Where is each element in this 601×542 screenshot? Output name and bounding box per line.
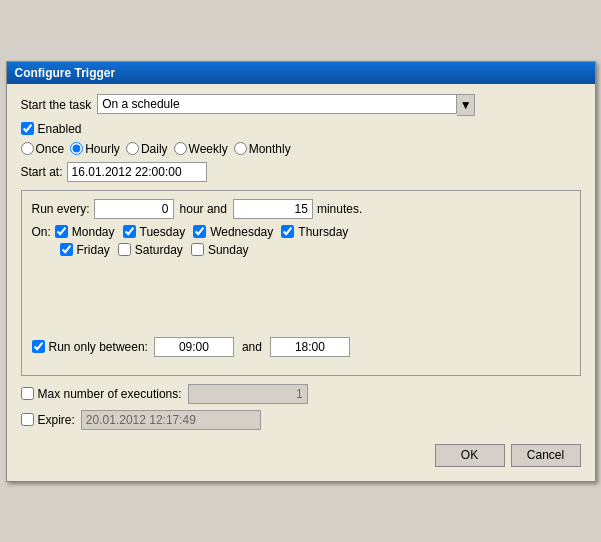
cancel-button[interactable]: Cancel [511, 444, 581, 467]
run-every-row: Run every: hour and minutes. [32, 199, 570, 219]
run-between-checkbox[interactable] [32, 340, 45, 353]
start-task-row: Start the task ▼ [21, 94, 581, 116]
wednesday-checkbox[interactable] [193, 225, 206, 238]
schedule-settings-box: Run every: hour and minutes. On: Monday … [21, 190, 581, 376]
on-label: On: [32, 225, 51, 239]
thursday-label: Thursday [298, 225, 348, 239]
run-between-end-input[interactable] [270, 337, 350, 357]
radio-weekly-input[interactable] [174, 142, 187, 155]
sunday-label: Sunday [208, 243, 249, 257]
run-every-hour-input[interactable] [94, 199, 174, 219]
days-row-2: Friday Saturday Sunday [60, 243, 570, 257]
saturday-label: Saturday [135, 243, 183, 257]
sunday-checkbox-group: Sunday [191, 243, 249, 257]
radio-weekly-label: Weekly [189, 142, 228, 156]
max-executions-label: Max number of executions: [38, 387, 182, 401]
start-task-dropdown-btn[interactable]: ▼ [457, 94, 475, 116]
expire-input[interactable] [81, 410, 261, 430]
enabled-row: Enabled [21, 122, 581, 136]
radio-once-label: Once [36, 142, 65, 156]
monday-label: Monday [72, 225, 115, 239]
days-row-1: On: Monday Tuesday Wednesday Thursday [32, 225, 570, 239]
radio-monthly-label: Monthly [249, 142, 291, 156]
spacer [32, 257, 570, 337]
friday-checkbox[interactable] [60, 243, 73, 256]
start-task-label: Start the task [21, 98, 92, 112]
expire-row: Expire: [21, 410, 581, 430]
schedule-type-row: Once Hourly Daily Weekly Monthly [21, 142, 581, 156]
saturday-checkbox-group: Saturday [118, 243, 183, 257]
start-at-row: Start at: [21, 162, 581, 182]
start-task-input[interactable] [97, 94, 457, 114]
run-between-label: Run only between: [49, 340, 148, 354]
radio-monthly: Monthly [234, 142, 291, 156]
tuesday-label: Tuesday [140, 225, 186, 239]
saturday-checkbox[interactable] [118, 243, 131, 256]
radio-hourly-input[interactable] [70, 142, 83, 155]
max-executions-row: Max number of executions: [21, 384, 581, 404]
radio-daily: Daily [126, 142, 168, 156]
radio-daily-label: Daily [141, 142, 168, 156]
configure-trigger-window: Configure Trigger Start the task ▼ Enabl… [6, 61, 596, 482]
max-executions-checkbox[interactable] [21, 387, 34, 400]
monday-checkbox[interactable] [55, 225, 68, 238]
radio-weekly: Weekly [174, 142, 228, 156]
wednesday-checkbox-group: Wednesday [193, 225, 273, 239]
hour-and-label: hour and [180, 202, 227, 216]
tuesday-checkbox-group: Tuesday [123, 225, 186, 239]
monday-checkbox-group: Monday [55, 225, 115, 239]
window-title: Configure Trigger [15, 66, 116, 80]
start-at-input[interactable] [67, 162, 207, 182]
button-row: OK Cancel [21, 440, 581, 471]
sunday-checkbox[interactable] [191, 243, 204, 256]
tuesday-checkbox[interactable] [123, 225, 136, 238]
run-every-label: Run every: [32, 202, 90, 216]
expire-label: Expire: [38, 413, 75, 427]
friday-label: Friday [77, 243, 110, 257]
radio-hourly-label: Hourly [85, 142, 120, 156]
enabled-label: Enabled [38, 122, 82, 136]
radio-once: Once [21, 142, 65, 156]
enabled-checkbox[interactable] [21, 122, 34, 135]
run-between-and-label: and [242, 340, 262, 354]
friday-checkbox-group: Friday [60, 243, 110, 257]
run-between-row: Run only between: and [32, 337, 570, 357]
thursday-checkbox-group: Thursday [281, 225, 348, 239]
radio-daily-input[interactable] [126, 142, 139, 155]
wednesday-label: Wednesday [210, 225, 273, 239]
radio-once-input[interactable] [21, 142, 34, 155]
minutes-label: minutes. [317, 202, 362, 216]
ok-button[interactable]: OK [435, 444, 505, 467]
run-between-start-input[interactable] [154, 337, 234, 357]
radio-monthly-input[interactable] [234, 142, 247, 155]
start-task-select-box: ▼ [97, 94, 497, 116]
title-bar: Configure Trigger [7, 62, 595, 84]
start-at-label: Start at: [21, 165, 63, 179]
run-every-minutes-input[interactable] [233, 199, 313, 219]
expire-checkbox[interactable] [21, 413, 34, 426]
radio-hourly: Hourly [70, 142, 120, 156]
thursday-checkbox[interactable] [281, 225, 294, 238]
max-executions-input[interactable] [188, 384, 308, 404]
